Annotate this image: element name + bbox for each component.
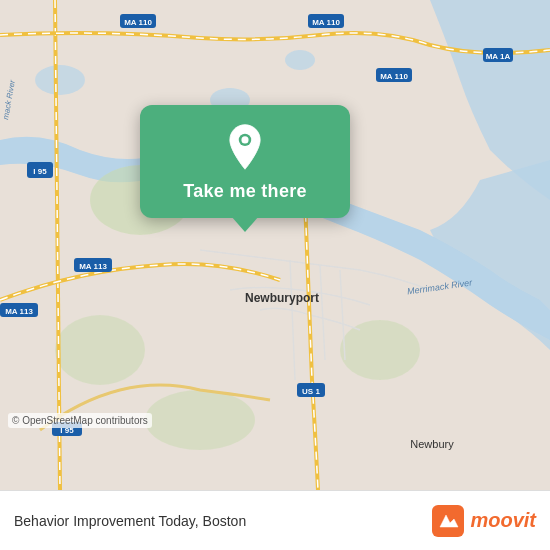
popup-card: Take me there [140, 105, 350, 218]
city-label-newburyport: Newburyport [245, 291, 319, 305]
highway-label-ma110-2: MA 110 [312, 18, 340, 27]
highway-label-i95-top: I 95 [33, 167, 47, 176]
location-title: Behavior Improvement Today, Boston [14, 513, 246, 529]
map-container: I 95 MA 110 MA 110 MA 110 MA 1A MA 113 M… [0, 0, 550, 490]
bottom-bar: Behavior Improvement Today, Boston moovi… [0, 490, 550, 550]
highway-label-ma110-3: MA 110 [380, 72, 408, 81]
location-pin-icon [221, 123, 269, 171]
highway-label-us1: US 1 [302, 387, 320, 396]
svg-point-3 [285, 50, 315, 70]
svg-point-6 [55, 315, 145, 385]
take-me-there-button[interactable]: Take me there [183, 181, 307, 202]
highway-label-ma1a: MA 1A [486, 52, 511, 61]
svg-point-7 [145, 390, 255, 450]
moovit-brand-text: moovit [470, 509, 536, 532]
svg-point-18 [241, 136, 248, 143]
highway-label-ma113-2: MA 113 [5, 307, 33, 316]
moovit-logo: moovit [432, 505, 536, 537]
highway-label-ma110-1: MA 110 [124, 18, 152, 27]
highway-label-ma113-1: MA 113 [79, 262, 107, 271]
city-label-newbury: Newbury [410, 438, 454, 450]
svg-point-5 [340, 320, 420, 380]
svg-point-1 [35, 65, 85, 95]
map-attribution: © OpenStreetMap contributors [8, 413, 152, 428]
moovit-logo-icon [432, 505, 464, 537]
